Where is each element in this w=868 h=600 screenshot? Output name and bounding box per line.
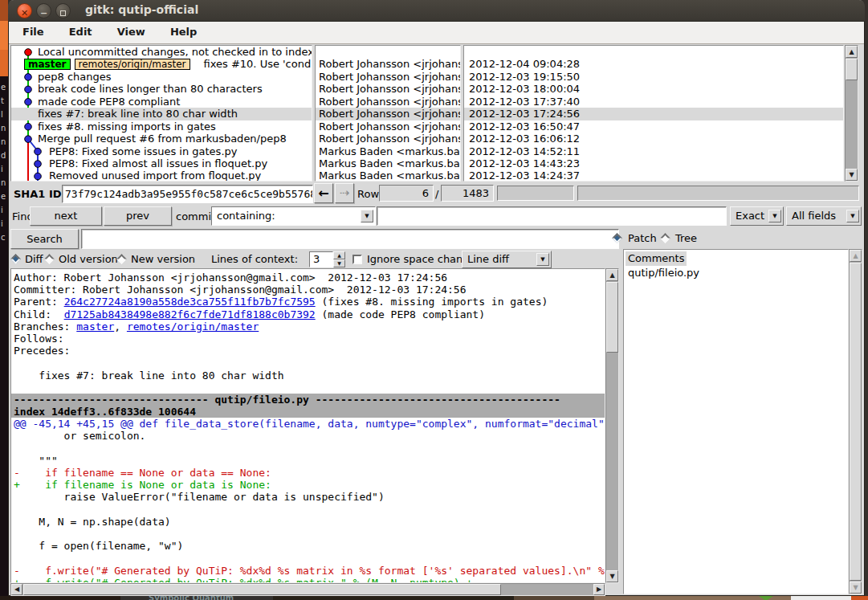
commit-row-subject[interactable]: break code lines longer than 80 characte… <box>11 83 312 95</box>
commit-row-subject[interactable]: PEP8: Fixed some issues in gates.py <box>11 145 312 157</box>
scroll-right-icon[interactable]: ▶ <box>593 584 605 595</box>
commit-row-subject[interactable]: Removed unused import from floquet.py <box>11 169 312 182</box>
diff-mode-dropdown[interactable]: Line diff ▼ <box>462 251 552 268</box>
file-list-item[interactable]: Comments <box>626 251 687 266</box>
diff-radio[interactable] <box>10 254 21 264</box>
commit-row-date[interactable]: 2012-12-03 17:37:40 <box>464 96 843 108</box>
commit-row-author[interactable]: Robert Johansson <jrjohansso <box>316 83 460 95</box>
find-prev-button[interactable]: prev <box>104 206 172 226</box>
commit-detail-panel[interactable]: Author: Robert Johansson <jrjohansson@gm… <box>10 268 605 583</box>
commit-row-author[interactable]: Robert Johansson <jrjohansso <box>316 120 460 133</box>
match-fields-dropdown[interactable]: All fields ▼ <box>786 206 862 226</box>
branch-master-link[interactable]: master <box>76 320 114 333</box>
scroll-down-icon[interactable]: ▼ <box>846 169 858 181</box>
patch-radio-label[interactable]: Patch <box>628 232 657 244</box>
spin-up-icon[interactable]: ▲ <box>333 251 345 259</box>
scrollbar-thumb[interactable] <box>846 59 858 80</box>
commit-row-author[interactable]: Markus Baden <markus.bade <box>316 145 460 157</box>
scrollbar-thumb[interactable] <box>606 282 618 353</box>
commit-row-author[interactable]: Robert Johansson <jrjohansso <box>316 133 460 145</box>
commit-row-date[interactable]: 2012-12-03 17:24:56 <box>464 108 843 120</box>
match-mode-dropdown[interactable]: containing: ▼ <box>211 206 376 226</box>
branch-remote-link[interactable]: remotes/origin/master <box>127 320 259 333</box>
title-bar[interactable]: ✕ − gitk: qutip-official <box>8 0 865 22</box>
commit-row-date[interactable]: 2012-12-04 09:04:28 <box>464 58 843 70</box>
patch-radio[interactable] <box>612 233 622 243</box>
detail-hscrollbar[interactable]: ◀ ▶ <box>10 583 605 596</box>
old-version-label[interactable]: Old version <box>59 253 118 265</box>
scroll-left-icon[interactable]: ◀ <box>11 584 22 595</box>
commit-row-subject[interactable]: PEP8: Fixed almost all issues in floquet… <box>11 157 312 169</box>
close-button[interactable]: ✕ <box>17 3 32 18</box>
scroll-up-icon[interactable]: ▲ <box>850 250 862 262</box>
menu-view[interactable]: View <box>107 22 156 38</box>
commit-row-date[interactable]: 2012-12-03 19:15:50 <box>464 71 843 83</box>
commit-row-author[interactable]: Markus Baden <markus.bade <box>316 157 460 169</box>
commit-row-subject[interactable]: pep8 changes <box>11 71 312 83</box>
scrollbar-thumb[interactable] <box>850 263 862 581</box>
chevron-down-icon[interactable]: ▼ <box>361 210 373 222</box>
commit-row-subject[interactable]: Merge pull request #6 from markusbaden/p… <box>11 133 312 145</box>
diff-radio-label[interactable]: Diff <box>25 253 43 265</box>
commit-row-author[interactable]: Robert Johansson <jrjohansso <box>316 96 460 108</box>
menu-help[interactable]: Help <box>160 22 207 38</box>
parent-sha-link[interactable]: 264c27724a8190a558de3ca755f11fb7b7fc7595 <box>64 296 316 308</box>
commit-row-author[interactable]: Markus Baden <markus.bade <box>316 169 460 182</box>
row-current-field[interactable]: 6 <box>379 185 434 202</box>
file-list-panel[interactable]: Commentsqutip/fileio.py <box>623 249 849 594</box>
remote-ref-label[interactable]: remotes/origin/master <box>75 59 190 70</box>
commit-row-date[interactable]: 2012-12-03 14:24:37 <box>464 169 843 182</box>
chevron-down-icon[interactable]: ▼ <box>768 210 781 222</box>
commit-graph-column[interactable]: Local uncommitted changes, not checked i… <box>10 45 312 182</box>
spin-down-icon[interactable]: ▼ <box>333 259 345 267</box>
scroll-up-icon[interactable]: ▲ <box>846 46 858 58</box>
commit-row-subject[interactable]: fixes #8. missing imports in gates <box>11 120 312 133</box>
ignore-space-checkbox[interactable] <box>352 255 362 264</box>
commit-list-scrollbar[interactable]: ▲ ▼ <box>845 45 858 182</box>
commit-row-date[interactable]: 2012-12-03 14:52:11 <box>464 145 843 157</box>
file-list-item[interactable]: qutip/fileio.py <box>626 266 702 280</box>
commit-date-column[interactable]: 2012-12-04 09:04:282012-12-03 19:15:5020… <box>463 45 844 182</box>
detail-vscrollbar[interactable]: ▲ ▼ <box>605 268 619 583</box>
menu-edit[interactable]: Edit <box>59 22 103 38</box>
sha1-input[interactable]: 73f79c124adb3a95e955f0c587ce6c5ce9b55768 <box>62 185 313 203</box>
scrollbar-thumb[interactable] <box>23 584 501 595</box>
commit-row-subject[interactable]: fixes #7: break line into 80 char width <box>11 108 312 120</box>
minimize-button[interactable]: − <box>36 3 51 18</box>
commit-row-date[interactable]: 2012-12-03 16:06:12 <box>464 133 843 145</box>
commit-row-author[interactable] <box>316 46 460 58</box>
old-version-radio[interactable] <box>44 254 55 264</box>
branch-ref-label[interactable]: master <box>24 59 71 70</box>
new-version-radio[interactable] <box>116 254 127 264</box>
commit-author-column[interactable]: Robert Johansson <jrjohanssoRobert Johan… <box>315 45 461 182</box>
tree-radio-label[interactable]: Tree <box>675 232 697 244</box>
tree-radio[interactable] <box>660 233 670 243</box>
chevron-down-icon[interactable]: ▼ <box>536 253 549 266</box>
commit-row-author[interactable]: Robert Johansson <jrjohansso <box>316 108 460 120</box>
commit-row-date[interactable]: 2012-12-03 16:50:47 <box>464 120 843 133</box>
commit-row-subject[interactable]: masterremotes/origin/masterfixes #10. Us… <box>11 58 312 70</box>
menu-file[interactable]: File <box>12 22 55 38</box>
child-sha-link[interactable]: d7125ab8438498e882f6c7fde71df8188c0b7392 <box>64 308 316 320</box>
commit-row-date[interactable]: 2012-12-03 14:43:23 <box>464 157 843 169</box>
commit-row-author[interactable]: Robert Johansson <jrjohansso <box>316 71 460 83</box>
find-input[interactable] <box>377 206 727 226</box>
scroll-down-icon[interactable]: ▼ <box>606 570 618 582</box>
commit-row-subject[interactable]: Local uncommitted changes, not checked i… <box>11 46 312 58</box>
context-lines-input[interactable]: 3 <box>309 251 333 267</box>
history-back-button[interactable]: ← <box>314 183 333 203</box>
scroll-up-icon[interactable]: ▲ <box>606 269 618 281</box>
commit-row-subject[interactable]: made code PEP8 compliant <box>11 96 312 108</box>
history-forward-button[interactable]: ⇢ <box>335 183 354 203</box>
maximize-button[interactable] <box>55 3 71 18</box>
chevron-down-icon[interactable]: ▼ <box>846 210 859 222</box>
commit-row-date[interactable] <box>464 46 843 58</box>
new-version-label[interactable]: New version <box>131 253 195 265</box>
commit-row-date[interactable]: 2012-12-03 18:00:04 <box>464 83 843 95</box>
file-list-scrollbar[interactable]: ▲ ▼ <box>849 249 862 594</box>
ignore-space-label[interactable]: Ignore space change <box>367 253 476 265</box>
commit-row-author[interactable]: Robert Johansson <jrjohansso <box>316 58 460 70</box>
match-type-dropdown[interactable]: Exact ▼ <box>730 206 784 226</box>
find-next-button[interactable]: next <box>30 206 102 226</box>
scroll-down-icon[interactable]: ▼ <box>850 582 862 594</box>
